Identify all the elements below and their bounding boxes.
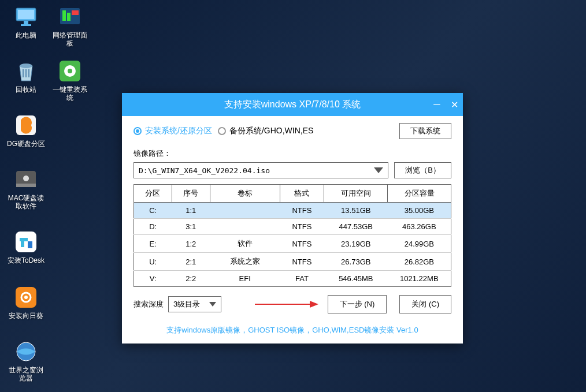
svg-point-15 xyxy=(24,296,28,299)
table-cell xyxy=(210,219,280,235)
desktop-icon-reinstall[interactable]: 一键重装系统 xyxy=(50,59,90,102)
table-cell: NTFS xyxy=(280,203,324,219)
table-cell: 2:2 xyxy=(172,271,210,287)
radio-icon xyxy=(133,127,142,135)
table-row[interactable]: V:2:2EFIFAT546.45MB1021.22MB xyxy=(134,271,451,287)
svg-rect-21 xyxy=(72,10,79,15)
network-panel-icon xyxy=(58,5,82,29)
table-row[interactable]: E:1:2软件NTFS23.19GB24.99GB xyxy=(134,235,451,253)
table-cell: 13.51GB xyxy=(324,203,388,219)
desktop-icon-label: MAC硬盘读取软件 xyxy=(6,194,46,211)
annotation-arrow xyxy=(226,298,322,310)
desktop-icon-mac-disk[interactable]: MAC硬盘读取软件 xyxy=(6,167,46,211)
table-row[interactable]: U:2:1系统之家NTFS26.73GB26.82GB xyxy=(134,253,451,271)
radio-backup[interactable]: 备份系统/GHO,WIN,ES xyxy=(218,126,313,136)
radio-install-restore[interactable]: 安装系统/还原分区 xyxy=(133,126,212,136)
table-cell: 系统之家 xyxy=(210,253,280,271)
table-cell: 软件 xyxy=(210,235,280,253)
radio-label: 备份系统/GHO,WIN,ES xyxy=(229,126,313,136)
table-cell: 1:1 xyxy=(172,203,210,219)
svg-rect-19 xyxy=(62,10,66,21)
disk-orange-icon xyxy=(14,113,38,137)
col-capacity[interactable]: 分区容量 xyxy=(388,185,451,203)
partition-table: 分区 序号 卷标 格式 可用空间 分区容量 C:1:1NTFS13.51GB35… xyxy=(133,184,451,287)
svg-rect-3 xyxy=(21,24,31,26)
desktop-icon-label: 网络管理面板 xyxy=(50,31,90,48)
table-cell: 447.53GB xyxy=(324,219,388,235)
desktop-icon-label: 回收站 xyxy=(16,85,36,94)
table-cell: V: xyxy=(134,271,172,287)
table-cell: NTFS xyxy=(280,235,324,253)
table-cell: 546.45MB xyxy=(324,271,388,287)
desktop-icon-label: 世界之窗浏览器 xyxy=(6,366,46,383)
table-cell: C: xyxy=(134,203,172,219)
svg-rect-7 xyxy=(28,69,29,77)
browse-button[interactable]: 浏览（B） xyxy=(394,162,451,178)
col-seq[interactable]: 序号 xyxy=(172,185,210,203)
table-cell: 24.99GB xyxy=(388,235,451,253)
table-cell: 23.19GB xyxy=(324,235,388,253)
search-depth-select[interactable]: 3级目录 xyxy=(168,296,221,312)
footer-text: 支持windows原版镜像，GHOST ISO镜像，GHO,WIM,ESD镜像安… xyxy=(122,318,463,344)
table-cell xyxy=(210,203,280,219)
table-cell: 2:1 xyxy=(172,253,210,271)
table-cell: 463.26GB xyxy=(388,219,451,235)
table-row[interactable]: C:1:1NTFS13.51GB35.00GB xyxy=(134,203,451,219)
svg-rect-1 xyxy=(18,10,34,19)
svg-rect-6 xyxy=(25,69,27,77)
svg-rect-11 xyxy=(16,232,36,252)
desktop-icon-dg-partition[interactable]: DG硬盘分区 xyxy=(6,113,46,148)
chevron-down-icon xyxy=(374,167,383,173)
svg-point-24 xyxy=(68,69,72,73)
table-cell: 1:2 xyxy=(172,235,210,253)
svg-rect-12 xyxy=(28,241,32,248)
col-partition[interactable]: 分区 xyxy=(134,185,172,203)
monitor-icon xyxy=(14,5,38,29)
desktop-icon-recycle-bin[interactable]: 回收站 xyxy=(6,59,46,94)
close-button[interactable]: ✕ xyxy=(446,93,463,116)
download-system-button[interactable]: 下载系统 xyxy=(399,123,451,139)
desktop-icon-network-panel[interactable]: 网络管理面板 xyxy=(50,5,90,48)
radio-label: 安装系统/还原分区 xyxy=(145,126,212,136)
col-free[interactable]: 可用空间 xyxy=(324,185,388,203)
svg-rect-2 xyxy=(24,21,28,24)
desktop-icon-sunflower[interactable]: 安装向日葵 xyxy=(6,285,46,320)
table-cell: FAT xyxy=(280,271,324,287)
desktop-icon-todesk[interactable]: 安装ToDesk xyxy=(6,230,46,264)
table-cell: U: xyxy=(134,253,172,271)
svg-rect-10 xyxy=(16,184,36,187)
col-format[interactable]: 格式 xyxy=(280,185,324,203)
desktop-icon-label: 此电脑 xyxy=(16,31,36,39)
sunflower-icon xyxy=(14,285,38,309)
todesk-icon xyxy=(14,230,38,254)
desktop-icon-label: 安装向日葵 xyxy=(9,312,43,320)
gear-green-icon xyxy=(58,59,82,83)
titlebar[interactable]: 支持安装windows XP/7/8/10 系统 ─ ✕ xyxy=(122,93,463,116)
svg-point-4 xyxy=(20,64,32,68)
desktop-icon-this-pc[interactable]: 此电脑 xyxy=(6,5,46,39)
desktop-icon-theworld-browser[interactable]: 世界之窗浏览器 xyxy=(6,339,46,383)
col-volume[interactable]: 卷标 xyxy=(210,185,280,203)
svg-rect-5 xyxy=(23,69,24,77)
next-button[interactable]: 下一步 (N) xyxy=(328,295,387,313)
dialog-title: 支持安装windows XP/7/8/10 系统 xyxy=(224,99,361,111)
installer-dialog: 支持安装windows XP/7/8/10 系统 ─ ✕ 安装系统/还原分区 备… xyxy=(122,93,463,344)
image-path-value: D:\G_WIN7_X64_OK_V2022.04.iso xyxy=(139,166,270,175)
image-path-label: 镜像路径： xyxy=(133,148,451,159)
search-depth-value: 3级目录 xyxy=(173,299,200,309)
trash-icon xyxy=(14,59,38,83)
image-path-select[interactable]: D:\G_WIN7_X64_OK_V2022.04.iso xyxy=(133,162,388,178)
table-cell: EFI xyxy=(210,271,280,287)
table-cell: NTFS xyxy=(280,219,324,235)
search-depth-label: 搜索深度 xyxy=(133,299,164,309)
table-cell: 1021.22MB xyxy=(388,271,451,287)
globe-icon xyxy=(14,339,38,364)
close-dialog-button[interactable]: 关闭 (C) xyxy=(399,295,451,313)
minimize-button[interactable]: ─ xyxy=(428,93,446,116)
table-row[interactable]: D:3:1NTFS447.53GB463.26GB xyxy=(134,219,451,235)
table-cell: 26.73GB xyxy=(324,253,388,271)
mac-disk-icon xyxy=(14,167,38,192)
desktop-icon-label: 安装ToDesk xyxy=(8,256,44,264)
desktop-icon-label: 一键重装系统 xyxy=(50,85,90,102)
svg-rect-20 xyxy=(67,13,71,21)
